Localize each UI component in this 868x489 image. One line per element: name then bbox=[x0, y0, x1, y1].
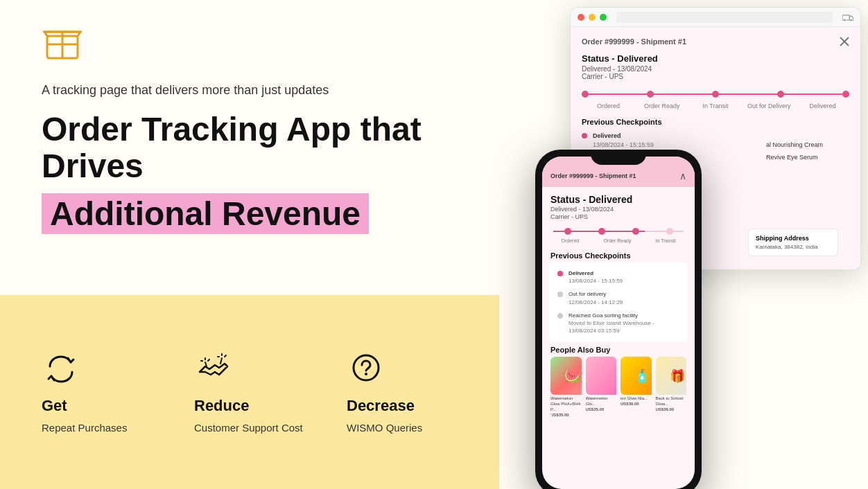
phone-track-labels: Ordered Order Ready In Transit bbox=[542, 238, 695, 249]
svg-point-18 bbox=[844, 19, 845, 20]
feature-get-desc: Repeat Purchases bbox=[42, 420, 127, 435]
tracking-dot-4 bbox=[777, 91, 784, 98]
question-icon bbox=[347, 350, 385, 389]
tracking-dot-5 bbox=[842, 91, 849, 98]
browser-shipping-address-box: Shipping Address Karnataka, 384382, Indi… bbox=[766, 132, 849, 201]
tracking-label-1: Ordered bbox=[582, 103, 635, 109]
handshake-icon bbox=[194, 350, 233, 389]
svg-point-16 bbox=[365, 373, 367, 375]
tracking-label-5: Delivered bbox=[796, 103, 849, 109]
feature-reduce: Reduce Customer Support Cost bbox=[194, 350, 305, 435]
browser-titlebar bbox=[571, 8, 860, 27]
phone-track-dot-2 bbox=[598, 228, 605, 235]
phone-track-dot-3 bbox=[632, 228, 639, 235]
phone-product-2[interactable]: Watermelon Glo... US$35.00 bbox=[586, 357, 617, 416]
feature-decrease-title: Decrease bbox=[347, 397, 415, 415]
headline-line1: Order Tracking App that Drives bbox=[42, 112, 458, 185]
phone-product-3[interactable]: 🧴 ion Glow Nia... US$36.00 bbox=[620, 357, 652, 416]
tracking-dot-3 bbox=[712, 91, 719, 98]
browser-carrier: Carrier - UPS bbox=[582, 73, 849, 80]
app-logo bbox=[42, 22, 83, 64]
browser-min-dot bbox=[589, 14, 596, 21]
svg-point-15 bbox=[354, 355, 379, 380]
phone-checkpoints-box: Delivered 13/08/2024 - 15:15:59 Out for … bbox=[549, 263, 688, 341]
phone-delivered-date: Delivered - 13/08/2024 bbox=[550, 206, 686, 213]
phone-status: Status - Delivered Delivered - 13/08/202… bbox=[542, 187, 695, 224]
tracking-labels: Ordered Order Ready In Transit Out for D… bbox=[582, 103, 849, 109]
tracking-dot-2 bbox=[647, 91, 654, 98]
browser-ship-title: Shipping Address bbox=[756, 235, 831, 242]
phone-products-row: 🍉 Watermelon Glow PHA+BHA P... US$35.00 … bbox=[542, 357, 695, 416]
phone-track-label-1: Ordered bbox=[562, 238, 580, 243]
truck-icon bbox=[842, 12, 853, 23]
browser-ship-detail: Karnataka, 384382, India bbox=[756, 244, 831, 250]
phone-track-label-3: In Transit bbox=[656, 238, 676, 243]
browser-status: Status - Delivered bbox=[582, 53, 849, 64]
phone-status-title: Status - Delivered bbox=[550, 194, 686, 205]
phone-track-label-2: Order Ready bbox=[603, 238, 631, 243]
subtitle: A tracking page that delivers more than … bbox=[42, 83, 458, 98]
phone-product-1[interactable]: 🍉 Watermelon Glow PHA+BHA P... US$35.00 bbox=[550, 357, 582, 416]
tracking-dot-1 bbox=[582, 91, 589, 98]
phone-mockup: Order #999999 - Shipment #1 ∧ Status - D… bbox=[535, 150, 702, 489]
browser-delivered-date: Delivered - 13/08/2024 bbox=[582, 65, 849, 73]
phone-checkpoints-title: Previous Checkpoints bbox=[542, 249, 695, 263]
phone-order-id: Order #999999 - Shipment #1 bbox=[550, 172, 636, 179]
tracking-label-2: Order Ready bbox=[635, 103, 688, 109]
phone-notch bbox=[591, 150, 646, 165]
browser-max-dot bbox=[600, 14, 607, 21]
features-section: Get Repeat Purchases Reduce Customer Sup… bbox=[0, 295, 499, 489]
phone-screen: Order #999999 - Shipment #1 ∧ Status - D… bbox=[542, 157, 695, 489]
feature-decrease-desc: WISMO Queries bbox=[347, 420, 422, 435]
phone-track-dot-4 bbox=[666, 228, 673, 235]
phone-track-dot-1 bbox=[564, 228, 571, 235]
feature-reduce-title: Reduce bbox=[194, 397, 249, 415]
browser-checkpoints-title: Previous Checkpoints bbox=[582, 118, 849, 126]
feature-decrease: Decrease WISMO Queries bbox=[347, 350, 458, 435]
repeat-icon bbox=[42, 350, 80, 389]
phone-carrier: Carrier - UPS bbox=[550, 213, 686, 220]
phone-close-btn[interactable]: ∧ bbox=[679, 170, 686, 181]
right-section: Order #999999 - Shipment #1 Status - Del… bbox=[480, 0, 868, 489]
svg-line-14 bbox=[225, 355, 226, 357]
headline: Order Tracking App that Drives Additiona… bbox=[42, 112, 458, 234]
tracking-label-4: Out for Delivery bbox=[743, 103, 796, 109]
feature-get-title: Get bbox=[42, 397, 67, 415]
phone-products-title: People Also Buy bbox=[542, 341, 695, 357]
svg-line-10 bbox=[208, 359, 209, 361]
feature-reduce-desc: Customer Support Cost bbox=[194, 420, 303, 435]
browser-close-dot bbox=[578, 14, 584, 21]
browser-url-bar bbox=[616, 12, 833, 23]
svg-rect-17 bbox=[842, 15, 849, 19]
browser-product-labels: al Nourishing Cream Revive Eye Serum bbox=[766, 141, 849, 161]
tracking-label-3: In Transit bbox=[688, 103, 742, 109]
browser-order-id: Order #999999 - Shipment #1 bbox=[582, 37, 686, 46]
svg-point-19 bbox=[851, 19, 852, 20]
phone-product-4[interactable]: 🎁 Back to School Glow... US$36.00 bbox=[656, 357, 687, 416]
svg-line-11 bbox=[220, 358, 222, 364]
phone-tracking-bar bbox=[542, 224, 695, 238]
headline-highlight: Additional Revenue bbox=[42, 193, 369, 234]
feature-repeat: Get Repeat Purchases bbox=[42, 350, 153, 435]
